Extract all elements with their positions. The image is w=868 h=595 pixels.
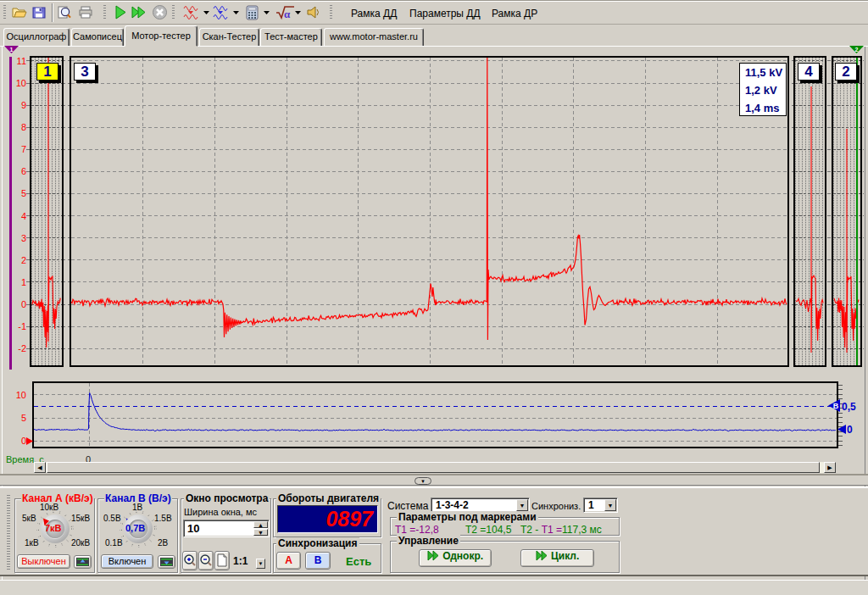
svg-text:B: B: [833, 402, 839, 410]
svg-text:α: α: [284, 8, 291, 20]
svg-text:2: 2: [855, 47, 859, 53]
